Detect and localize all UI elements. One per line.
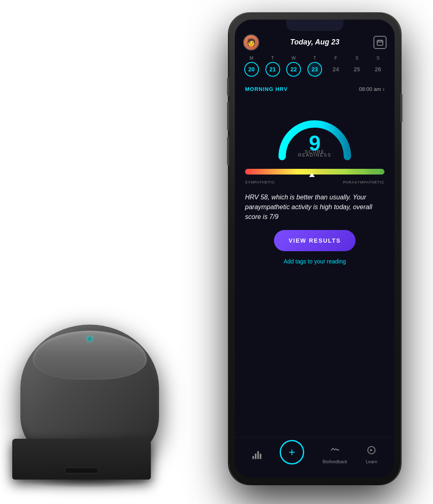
day-letter-tue: T [271,55,274,60]
day-item-tue[interactable]: T 21 [265,55,280,77]
hrv-time-text: 08:00 am [359,86,381,92]
hrv-header-section: MORNING HRV 08:00 am › [235,80,395,95]
hrv-label: MORNING HRV [245,86,288,92]
day-letter-fri: F [334,55,337,60]
bottom-nav: + Biofeedback [235,437,395,478]
day-item-thu[interactable]: T 23 [307,55,322,77]
phone-button-left-1 [227,77,229,96]
day-letter-wed: W [292,55,296,60]
day-item-mon[interactable]: M 20 [244,55,259,77]
learn-label: Learn [366,459,377,464]
hardware-device [12,308,167,480]
phone-container: 🧑 Today, Aug 23 [229,12,400,485]
day-num-23: 23 [307,62,322,77]
day-num-24: 24 [329,62,343,77]
nav-plus-button[interactable]: + [280,440,304,464]
gauge-container: 9 READINESS SCORE [235,95,395,163]
day-num-26: 26 [371,62,385,77]
hrv-time-chevron: › [383,86,384,92]
phone-button-left-2 [227,102,229,130]
day-letter-mon: M [250,55,253,60]
plus-icon: + [289,446,295,459]
day-letter-thu: T [314,55,316,60]
calendar-strip: M 20 T 21 W 22 T 23 [235,52,395,80]
header-date: Today, Aug 23 [290,38,339,46]
biofeedback-label: Biofeedback [323,459,347,464]
hrv-description: HRV 58, which is better than usually. Yo… [235,186,395,228]
app-content: 🧑 Today, Aug 23 [235,20,395,478]
bar-indicator [309,173,315,177]
day-item-wed[interactable]: W 22 [286,55,301,77]
day-num-25: 25 [349,62,364,77]
gradient-bar [245,169,384,175]
day-item-fri[interactable]: F 24 [329,55,343,77]
phone-outer: 🧑 Today, Aug 23 [229,12,400,485]
scene: 🧑 Today, Aug 23 [0,0,433,504]
phone-screen: 🧑 Today, Aug 23 [235,20,395,478]
app-header: 🧑 Today, Aug 23 [235,34,395,51]
day-num-20: 20 [244,62,259,77]
day-letter-sat: S [356,55,358,60]
day-item-sun[interactable]: S 26 [371,55,385,77]
gradient-bar-section: SYMPATHETIC PARASYMPATHETIC [235,163,395,186]
bars-icon [252,450,261,459]
add-tags-link[interactable]: Add tags to your reading [235,253,395,270]
phone-notch [286,20,343,31]
hrv-time[interactable]: 08:00 am › [359,86,384,92]
parasympathetic-label: PARASYMPATHETIC [343,180,384,184]
day-letter-sun: S [376,55,379,60]
day-item-sat[interactable]: S 25 [349,55,364,77]
nav-item-biofeedback[interactable]: Biofeedback [323,445,347,464]
hardware-base [12,439,151,480]
learn-icon [367,445,376,458]
sympathetic-label: SYMPATHETIC [245,180,275,184]
day-num-22: 22 [286,62,301,77]
nav-item-home[interactable] [252,450,261,459]
view-results-button[interactable]: VIEW RESULTS [274,230,356,251]
avatar[interactable]: 🧑 [243,34,259,51]
nav-item-learn[interactable]: Learn [366,445,377,464]
phone-button-right [400,94,402,122]
day-num-21: 21 [265,62,280,77]
calendar-icon[interactable] [373,36,387,49]
bar-labels: SYMPATHETIC PARASYMPATHETIC [245,180,384,184]
biofeedback-icon [330,445,340,458]
svg-rect-0 [377,40,383,45]
phone-button-left-3 [227,137,229,165]
